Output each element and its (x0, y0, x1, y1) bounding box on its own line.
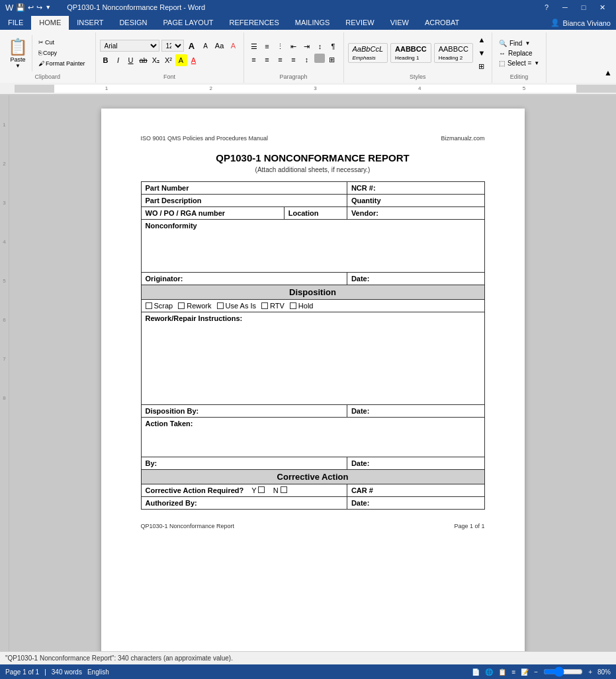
paste-button[interactable]: 📋 Paste ▼ (4, 35, 32, 71)
select-dropdown-icon[interactable]: ▼ (534, 60, 539, 66)
styles-more[interactable]: ⊞ (476, 60, 488, 72)
clear-format-btn[interactable]: Aa (214, 40, 226, 52)
find-dropdown-icon[interactable]: ▼ (525, 40, 530, 46)
zoom-slider[interactable] (543, 666, 583, 675)
left-ruler: 1 2 3 4 5 6 7 8 (0, 95, 9, 675)
cut-button[interactable]: ✂Cut (35, 38, 89, 47)
scrap-checkbox[interactable]: Scrap (146, 302, 173, 310)
multilevel-btn[interactable]: ⋮ (275, 40, 286, 52)
view-print-btn[interactable]: 📄 (472, 668, 480, 676)
clipboard-area: 📋 Paste ▼ ✂Cut ⎘Copy 🖌Format Painter (4, 35, 91, 71)
part-desc-label: Part Description (146, 197, 202, 204)
italic-button[interactable]: I (112, 54, 124, 66)
use-as-is-checkbox[interactable]: Use As Is (217, 302, 256, 310)
rework-cb-icon (178, 302, 185, 309)
location-cell: Location (284, 207, 347, 220)
tab-mailings[interactable]: MAILINGS (287, 16, 338, 30)
minimize-button[interactable]: ─ (556, 0, 574, 15)
corrective-required-label: Corrective Action Required? (146, 486, 244, 494)
hold-checkbox[interactable]: Hold (290, 302, 314, 310)
tab-references[interactable]: REFERENCES (222, 16, 287, 30)
align-center-btn[interactable]: ≡ (261, 54, 273, 66)
tab-view[interactable]: VIEW (382, 16, 417, 30)
tab-file[interactable]: FILE (0, 16, 31, 30)
zoom-out-btn[interactable]: − (534, 668, 538, 676)
authorized-by-label: Authorized By: (146, 499, 197, 507)
border-btn[interactable]: ⊞ (326, 54, 338, 66)
view-draft-btn[interactable]: 📝 (521, 668, 529, 676)
replace-button[interactable]: ↔ Replace (496, 49, 542, 58)
nonconformity-label: Nonconformity (146, 222, 197, 230)
font-name-select[interactable]: Arial (100, 40, 159, 52)
maximize-button[interactable]: □ (575, 0, 592, 15)
help-button[interactable]: ? (538, 0, 555, 15)
table-row: Disposition By: Date: (141, 405, 484, 418)
style-heading1[interactable]: AABBCC Heading 1 (390, 43, 431, 63)
style-heading2[interactable]: AABBCC Heading 2 (434, 43, 473, 63)
shading-btn[interactable] (314, 54, 325, 63)
sort-btn[interactable]: ↕ (314, 40, 326, 52)
font-color-btn[interactable]: A (188, 54, 200, 66)
font-size-down-btn[interactable]: A (200, 40, 212, 52)
quick-access-save[interactable]: 💾 (16, 3, 25, 12)
tab-home[interactable]: HOME (31, 16, 69, 30)
underline-button[interactable]: U (125, 54, 137, 66)
page-footer: QP1030-1 Nonconformance Report Page 1 of… (141, 523, 485, 529)
show-hide-btn[interactable]: ¶ (328, 40, 339, 52)
page-info: Page 1 of 1 (5, 668, 39, 676)
table-row: Originator: Date: (141, 273, 484, 285)
bullets-btn[interactable]: ☰ (248, 40, 260, 52)
by-label: By: (146, 459, 157, 467)
decrease-indent-btn[interactable]: ⇤ (288, 40, 300, 52)
copy-button[interactable]: ⎘Copy (35, 48, 89, 58)
style-emphasis[interactable]: AaBbCcL Emphasis (348, 43, 388, 63)
paste-dropdown-icon[interactable]: ▼ (15, 63, 21, 69)
tab-insert[interactable]: INSERT (69, 16, 111, 30)
table-row: Disposition (141, 285, 484, 300)
tab-page-layout[interactable]: PAGE LAYOUT (155, 16, 222, 30)
subscript-button[interactable]: X₂ (150, 54, 162, 66)
strikethrough-button[interactable]: ab (138, 54, 150, 66)
scroll-area[interactable]: ISO 9001 QMS Policies and Procedures Man… (9, 95, 616, 675)
collapse-ribbon-btn[interactable]: ▲ (600, 66, 616, 80)
ribbon-group-styles: AaBbCcL Emphasis AABBCC Heading 1 AABBCC… (344, 32, 492, 83)
align-right-btn[interactable]: ≡ (275, 54, 286, 66)
view-web-btn[interactable]: 🌐 (485, 668, 493, 676)
line-spacing-btn[interactable]: ↕ (301, 54, 313, 66)
styles-scroll-down[interactable]: ▼ (476, 47, 488, 59)
car-cell: CAR # (347, 484, 484, 497)
select-icon: ⬚ (499, 60, 505, 67)
rework-checkbox[interactable]: Rework (178, 302, 211, 310)
tab-design[interactable]: DESIGN (111, 16, 155, 30)
y-checkbox[interactable] (258, 486, 265, 493)
use-as-is-label: Use As Is (226, 302, 256, 310)
increase-indent-btn[interactable]: ⇥ (301, 40, 313, 52)
styles-scroll-up[interactable]: ▲ (476, 34, 488, 46)
font-size-up-btn[interactable]: A (186, 40, 198, 52)
superscript-button[interactable]: X² (163, 54, 175, 66)
numbering-btn[interactable]: ≡ (261, 40, 273, 52)
bold-button[interactable]: B (100, 54, 112, 66)
close-button[interactable]: ✕ (594, 0, 611, 15)
justify-btn[interactable]: ≡ (288, 54, 300, 66)
table-row: Corrective Action Required? Y N CAR # (141, 484, 484, 497)
format-painter-button[interactable]: 🖌Format Painter (35, 59, 89, 68)
rtv-checkbox[interactable]: RTV (261, 302, 285, 310)
align-left-btn[interactable]: ≡ (248, 54, 260, 66)
quick-access-undo[interactable]: ↩ (28, 3, 34, 12)
view-outline-btn[interactable]: ≡ (511, 668, 515, 676)
n-checkbox[interactable] (281, 486, 287, 493)
view-read-btn[interactable]: 📋 (498, 668, 506, 676)
rtv-cb-icon (261, 302, 268, 309)
zoom-in-btn[interactable]: + (588, 668, 592, 676)
select-button[interactable]: ⬚ Select = ▼ (496, 59, 542, 68)
tab-review[interactable]: REVIEW (337, 16, 382, 30)
quick-access-redo[interactable]: ↪ (36, 3, 42, 12)
font-size-select[interactable]: 12 (161, 40, 184, 52)
text-highlight-btn[interactable]: A (175, 54, 187, 66)
ncr-label: NCR #: (351, 184, 376, 192)
quick-access-dropdown[interactable]: ▼ (45, 4, 51, 11)
find-button[interactable]: 🔍 Find ▼ (496, 39, 542, 48)
text-effects-btn[interactable]: A (228, 40, 240, 52)
tab-acrobat[interactable]: ACROBAT (417, 16, 467, 30)
